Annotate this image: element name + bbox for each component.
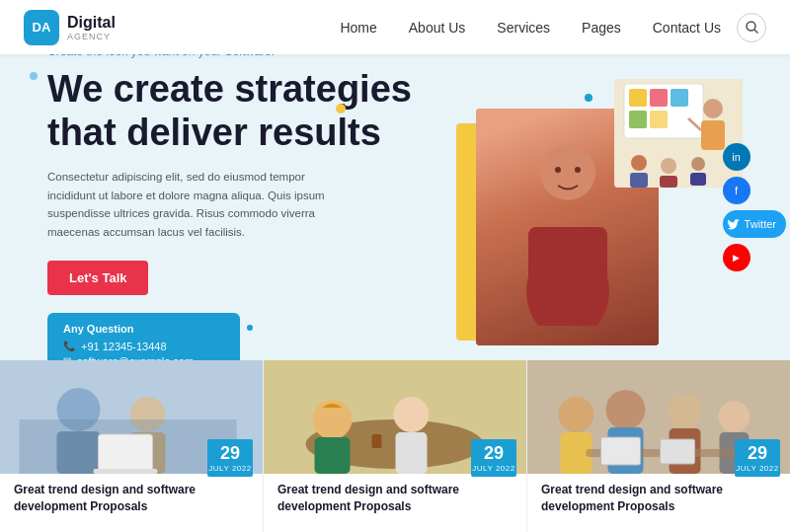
svg-point-0: [747, 22, 755, 31]
twitter-button[interactable]: Twitter: [723, 210, 786, 238]
card-1-month: JULY 2022: [207, 464, 253, 473]
svg-rect-18: [630, 173, 648, 188]
dot-decor: [336, 104, 346, 114]
linkedin-button[interactable]: in: [723, 143, 750, 171]
dot-decor: [30, 72, 38, 80]
svg-point-6: [575, 167, 581, 173]
hero-title: We create strategies that deliver result…: [47, 68, 427, 154]
svg-point-17: [631, 155, 647, 171]
brand-name: Digital: [67, 14, 116, 32]
svg-point-39: [559, 397, 594, 432]
card-3-date-badge: 29 JULY 2022: [735, 439, 780, 477]
svg-rect-29: [99, 434, 153, 472]
svg-rect-20: [660, 176, 677, 188]
brand-sub: AGENCY: [67, 32, 116, 41]
card-2-day: 29: [471, 443, 516, 464]
svg-rect-9: [629, 89, 647, 107]
youtube-button[interactable]: ▶: [723, 244, 750, 271]
contact-box: Any Question 📞 +91 12345-13448 ✉ softwar…: [47, 313, 240, 360]
twitter-label: Twitter: [745, 218, 776, 230]
facebook-button[interactable]: f: [723, 177, 750, 204]
nav-services[interactable]: Services: [497, 20, 550, 36]
svg-rect-10: [650, 89, 668, 107]
card-2-title: Great trend design and software developm…: [277, 482, 513, 516]
card-3-body: Great trend design and software developm…: [527, 474, 790, 522]
card-3-day: 29: [735, 443, 780, 464]
header: DA Digital AGENCY Home About Us Services…: [0, 0, 790, 54]
card-2-month: JULY 2022: [471, 464, 516, 473]
svg-line-1: [754, 30, 758, 34]
card-3: 29 JULY 2022 Great trend design and soft…: [527, 360, 790, 532]
svg-rect-13: [650, 111, 668, 128]
phone-icon: 📞: [63, 341, 75, 351]
svg-rect-12: [629, 111, 647, 128]
card-2: 29 JULY 2022 Great trend design and soft…: [264, 360, 527, 532]
card-2-date-badge: 29 JULY 2022: [471, 439, 516, 477]
linkedin-icon: in: [732, 151, 741, 163]
svg-rect-11: [671, 89, 688, 107]
svg-rect-36: [396, 432, 428, 474]
svg-point-2: [540, 145, 595, 200]
hero-tagline: Create the look you want on your Softwar…: [47, 54, 427, 58]
card-1-title: Great trend design and software developm…: [14, 482, 249, 516]
svg-rect-49: [661, 439, 695, 464]
svg-point-43: [669, 395, 702, 428]
nav-contact[interactable]: Contact Us: [653, 20, 721, 36]
nav-home[interactable]: Home: [340, 20, 376, 36]
svg-point-21: [691, 157, 705, 171]
svg-rect-4: [528, 227, 607, 306]
card-2-body: Great trend design and software developm…: [264, 474, 526, 522]
card-1: 29 JULY 2022 Great trend design and soft…: [0, 360, 264, 532]
logo: DA Digital AGENCY: [24, 10, 116, 45]
hero-images: [427, 54, 743, 360]
cards-section: 29 JULY 2022 Great trend design and soft…: [0, 360, 790, 532]
hero-section: Create the look you want on your Softwar…: [0, 54, 790, 360]
main-nav: Home About Us Services Pages Contact Us: [340, 20, 721, 36]
svg-point-41: [606, 390, 646, 429]
card-3-title: Great trend design and software developm…: [541, 482, 776, 516]
youtube-icon: ▶: [733, 253, 740, 263]
contact-heading: Any Question: [63, 323, 224, 335]
svg-rect-15: [701, 120, 725, 150]
svg-point-35: [394, 397, 430, 432]
svg-rect-48: [601, 437, 641, 465]
svg-rect-30: [94, 469, 158, 474]
search-button[interactable]: [737, 13, 766, 42]
svg-rect-37: [372, 434, 382, 448]
nav-pages[interactable]: Pages: [582, 20, 621, 36]
contact-phone: 📞 +91 12345-13448: [63, 341, 224, 352]
svg-point-5: [555, 167, 561, 173]
svg-point-45: [719, 401, 750, 432]
logo-icon: DA: [24, 10, 59, 45]
cta-button[interactable]: Let's Talk: [47, 261, 148, 295]
card-1-body: Great trend design and software developm…: [0, 474, 263, 522]
nav-about[interactable]: About Us: [409, 20, 466, 36]
social-sidebar: in f Twitter ▶: [723, 143, 790, 271]
logo-text: Digital AGENCY: [67, 14, 116, 41]
svg-point-19: [661, 158, 676, 174]
card-1-day: 29: [207, 443, 253, 464]
svg-rect-34: [315, 437, 351, 474]
facebook-icon: f: [735, 185, 738, 196]
svg-point-14: [703, 99, 723, 118]
card-3-month: JULY 2022: [735, 464, 780, 473]
hero-description: Consectetur adipiscing elit, sed do eius…: [47, 168, 344, 241]
svg-rect-22: [690, 173, 706, 186]
dot-decor: [247, 325, 253, 331]
hero-content: Create the look you want on your Softwar…: [47, 54, 427, 360]
card-1-date-badge: 29 JULY 2022: [207, 439, 253, 477]
